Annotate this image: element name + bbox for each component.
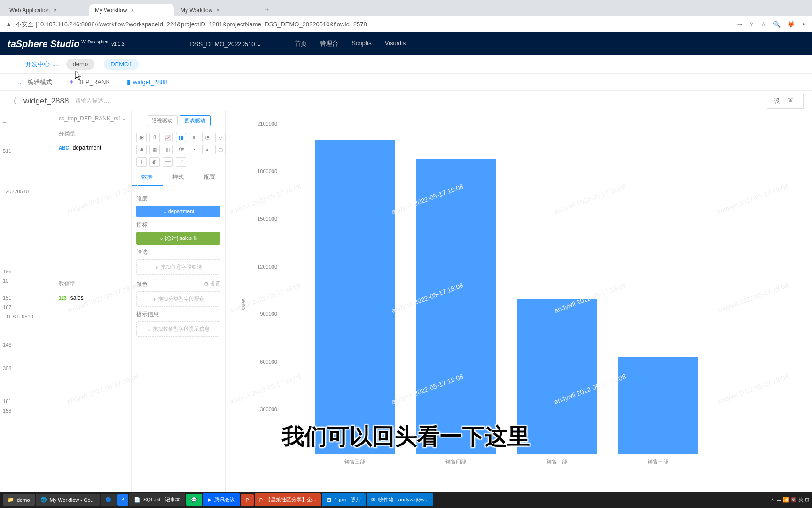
search-ext-icon[interactable]: 🔍: [773, 21, 781, 28]
project-selector[interactable]: DSS_DEMO_20220510 ⌄: [190, 40, 262, 48]
browser-tab[interactable]: Web Application ×: [4, 4, 88, 16]
taskbar-edge[interactable]: 🔵: [101, 494, 117, 506]
taskbar-ppt[interactable]: P 【星策社区分享】企...: [255, 493, 321, 506]
subtab-widget[interactable]: ▮ widget_2888: [123, 77, 172, 87]
pivot-drive-button[interactable]: 透视驱动: [147, 115, 178, 126]
minimize-icon[interactable]: —: [801, 4, 807, 11]
tree-item[interactable]: 308: [2, 364, 52, 373]
y-axis-label: sales: [241, 298, 246, 310]
color-settings-link[interactable]: ⚙ 设置: [204, 280, 220, 287]
tree-item[interactable]: 167: [2, 302, 52, 312]
share-icon[interactable]: ⇪: [749, 21, 754, 28]
tooltip-dropzone[interactable]: ⇣ 拖拽数值型字段提示信息: [136, 321, 220, 337]
fox-ext-icon[interactable]: 🦊: [787, 21, 795, 28]
map-chart-icon[interactable]: 🗺: [176, 145, 186, 154]
new-tab-button[interactable]: +: [260, 2, 274, 16]
graph-chart-icon[interactable]: ∵: [176, 157, 186, 167]
scatter-chart-icon[interactable]: ⋰: [189, 145, 199, 154]
key-icon[interactable]: ⊶: [736, 21, 742, 28]
config-tabs: 数据 样式 配置: [132, 169, 225, 186]
taskbar-outlook[interactable]: ✉ 收件箱 - andywli@w...: [367, 493, 433, 506]
close-icon[interactable]: ×: [216, 7, 219, 14]
tree-item[interactable]: 161: [2, 397, 52, 406]
browser-tab[interactable]: My Workflow ×: [175, 4, 259, 16]
hbar-chart-icon[interactable]: ≡: [189, 133, 199, 142]
subtab-edit-mode[interactable]: ⛬ 编辑模式: [15, 76, 56, 88]
parallel-chart-icon[interactable]: |||: [163, 145, 173, 154]
tree-item[interactable]: _TEST_0510: [2, 312, 52, 321]
funnel-chart-icon[interactable]: ▽: [215, 133, 226, 142]
nav-home[interactable]: 首页: [295, 40, 307, 48]
close-icon[interactable]: ×: [54, 7, 57, 14]
tree-item[interactable]: _: [2, 115, 52, 125]
color-dropzone[interactable]: ⇣ 拖拽分类型字段配色: [136, 291, 220, 307]
taskbar-notepad[interactable]: 📄 SQL.txt - 记事本: [129, 493, 185, 506]
nav-visualis[interactable]: Visualis: [385, 40, 406, 48]
left-tree[interactable]: _ 511 _20220510 196 10 151 167 _TEST_051…: [0, 111, 54, 492]
nav-admin[interactable]: 管理台: [320, 40, 338, 48]
tab-config[interactable]: 配置: [194, 169, 225, 186]
filter-dropzone[interactable]: ⇣ 拖拽任意字段筛选: [136, 259, 220, 275]
text-chart-icon[interactable]: T: [136, 157, 147, 167]
nav-scriptis[interactable]: Scriptis: [351, 40, 372, 48]
tree-item[interactable]: 146: [2, 340, 52, 349]
taskbar-wechat[interactable]: 💬: [186, 494, 202, 506]
tooltip-label: 提示信息: [136, 310, 220, 318]
radar-chart-icon[interactable]: ✹: [136, 145, 147, 154]
app-logo[interactable]: taSphere StudioWeDatasphere: [8, 39, 109, 49]
dimension-chip[interactable]: ⌄ department: [136, 206, 220, 217]
subtab-dep-rank[interactable]: ✦ DEP_RANK: [65, 77, 114, 87]
collapse-icon[interactable]: ≡: [55, 61, 59, 68]
gauge-chart-icon[interactable]: ◐: [149, 157, 160, 167]
tree-item[interactable]: 511: [2, 146, 52, 156]
back-button[interactable]: 〈: [8, 95, 17, 107]
abc-type-icon: ABC: [59, 145, 69, 151]
tree-item[interactable]: 151: [2, 293, 52, 302]
settings-button[interactable]: 设 置: [767, 94, 804, 109]
bar-chart-icon[interactable]: ▮▮: [176, 133, 186, 142]
star-icon[interactable]: ☆: [761, 21, 766, 28]
taskbar-app[interactable]: f: [117, 494, 128, 506]
tree-item[interactable]: 158: [2, 406, 52, 415]
bar-1[interactable]: [416, 159, 496, 454]
area-chart-icon[interactable]: ▲: [202, 145, 212, 154]
line-chart-icon[interactable]: 📈: [163, 133, 173, 142]
tab-data[interactable]: 数据: [132, 169, 163, 186]
number-chart-icon[interactable]: 8: [149, 133, 160, 142]
extensions-icon[interactable]: ✦: [801, 21, 806, 28]
taskbar-chrome[interactable]: 🌐 My Workflow - Go...: [36, 494, 100, 506]
bar-0[interactable]: [315, 140, 395, 454]
app-version: v1.1.3: [111, 41, 124, 47]
widget-description[interactable]: 请输入描述…: [75, 97, 109, 105]
x-label: 销售二部: [517, 458, 597, 465]
bar-3[interactable]: [618, 357, 698, 454]
browser-tab-active[interactable]: My Workflow ×: [89, 4, 174, 16]
subtab-row: ⛬ 编辑模式 ✦ DEP_RANK ▮ widget_2888: [0, 74, 812, 91]
tab-style[interactable]: 样式: [163, 169, 194, 186]
field-department[interactable]: ABC department: [54, 142, 131, 154]
table-chart-icon[interactable]: ⊞: [136, 133, 147, 142]
system-tray[interactable]: ∧ ☁ 📶 🔇 英 ⊞: [771, 496, 809, 503]
tree-item[interactable]: 10: [2, 276, 52, 286]
url-prefix: 不安全 |: [16, 20, 37, 29]
crumb-demo[interactable]: demo: [66, 59, 95, 70]
datasource-selector[interactable]: cs_tmp_DEP_RANK_rs1 ⌄: [54, 111, 131, 126]
taskbar-folder[interactable]: 📁 demo: [3, 494, 35, 506]
taskbar-meeting[interactable]: ▶ 腾讯会议: [203, 493, 240, 506]
crumb-demo1[interactable]: DEMO1: [104, 59, 139, 70]
chart-drive-button[interactable]: 图表驱动: [180, 115, 211, 126]
box-chart-icon[interactable]: ▢: [215, 145, 226, 154]
metric-chip[interactable]: ⌄ [总计] sales ⇅: [136, 232, 220, 245]
pie-chart-icon[interactable]: ◔: [202, 133, 212, 142]
close-icon[interactable]: ×: [131, 7, 134, 14]
tree-item[interactable]: 196: [2, 267, 52, 276]
wave-chart-icon[interactable]: 〰: [163, 157, 173, 167]
tree-item[interactable]: _20220510: [2, 187, 52, 196]
breadcrumb-row: ≡ 开发中心 ⌄ demo DEMO1: [0, 55, 812, 74]
sankey-chart-icon[interactable]: ▦: [149, 145, 160, 154]
field-sales[interactable]: 123 sales: [54, 292, 131, 304]
address-bar[interactable]: ▲ 不安全 | 10.107.116.246:8088/#/workflow?w…: [0, 16, 812, 32]
dev-center-link[interactable]: 开发中心 ⌄: [25, 60, 57, 69]
taskbar-ppt-app[interactable]: P: [241, 494, 253, 506]
taskbar-photo[interactable]: 🖼 1.jpg - 照片: [322, 493, 366, 506]
